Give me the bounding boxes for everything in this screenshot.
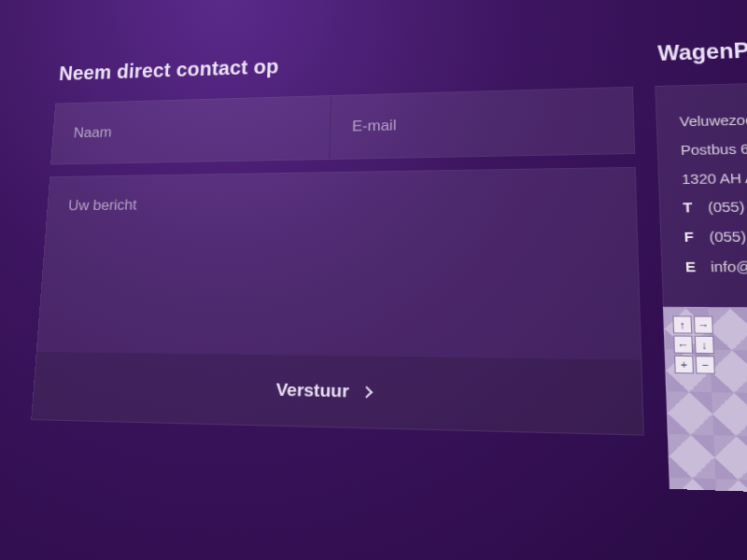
- form-heading: Neem direct contact op: [58, 43, 632, 85]
- address-line: Postbus 602: [680, 131, 747, 164]
- fax-value: (055) 579: [709, 228, 747, 245]
- submit-button[interactable]: Verstuur: [32, 352, 643, 435]
- map-pan-left-button[interactable]: ←: [673, 335, 693, 353]
- name-input[interactable]: Naam: [51, 96, 330, 164]
- map-zoom-in-button[interactable]: +: [674, 355, 694, 373]
- fax-label: F: [684, 223, 706, 253]
- message-textarea[interactable]: Uw bericht: [37, 168, 641, 360]
- email-line[interactable]: E info@wa: [684, 251, 747, 282]
- map-pan-down-button[interactable]: ↓: [695, 335, 714, 353]
- submit-label: Verstuur: [275, 380, 349, 402]
- company-heading: WagenPlan B.: [657, 32, 747, 66]
- contact-form-column: Neem direct contact op Naam E-mail Uw be…: [27, 9, 645, 487]
- email-value: info@wa: [711, 258, 747, 274]
- email-label: E: [684, 252, 707, 282]
- chevron-right-icon: [360, 385, 373, 398]
- map-pan-right-button[interactable]: →: [694, 315, 713, 333]
- telephone-label: T: [683, 193, 704, 223]
- location-map[interactable]: ↑ → ← ↓ + −: [663, 306, 747, 498]
- address-line: Veluwezoom: [679, 102, 747, 136]
- telephone-value: (055) 579: [708, 198, 747, 215]
- message-panel: Uw bericht Verstuur: [31, 167, 644, 436]
- map-pan-up-button[interactable]: ↑: [672, 315, 692, 333]
- company-address-panel: Veluwezoom Postbus 602 1320 AH Alm T (05…: [655, 77, 747, 308]
- email-input[interactable]: E-mail: [329, 88, 634, 159]
- map-zoom-out-button[interactable]: −: [696, 356, 715, 374]
- name-email-row: Naam E-mail: [50, 87, 635, 165]
- map-controls: ↑ → ← ↓ + −: [672, 315, 715, 373]
- address-line: 1320 AH Alm: [682, 161, 747, 193]
- fax-line: F (055) 579: [684, 221, 747, 253]
- company-info-column: WagenPlan B. Veluwezoom Postbus 602 1320…: [652, 0, 747, 499]
- telephone-line: T (055) 579: [683, 190, 747, 223]
